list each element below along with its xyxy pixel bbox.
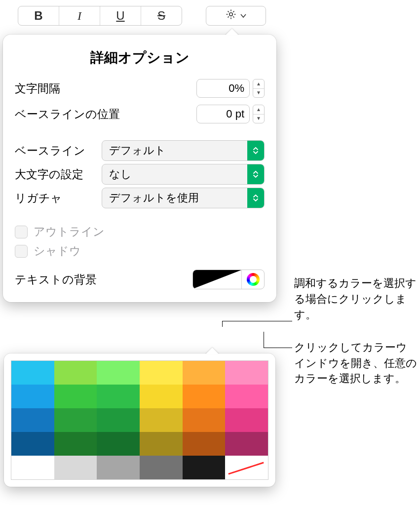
stepper-up-icon[interactable]: ▲ xyxy=(253,105,264,115)
baseline-dropdown[interactable]: デフォルト xyxy=(102,140,265,161)
style-segmented-control: B I U S xyxy=(18,6,182,26)
bold-button[interactable]: B xyxy=(18,6,59,25)
color-grid xyxy=(11,360,268,480)
color-swatch[interactable] xyxy=(11,361,54,385)
outline-checkbox[interactable] xyxy=(15,226,28,238)
stepper-down-icon[interactable]: ▼ xyxy=(253,89,264,98)
char-spacing-arrows[interactable]: ▲ ▼ xyxy=(253,79,265,98)
color-swatch[interactable] xyxy=(97,408,140,432)
color-swatch[interactable] xyxy=(225,432,268,456)
text-background-label: テキストの背景 xyxy=(15,272,97,287)
color-palette-popover xyxy=(4,353,275,487)
color-swatch[interactable] xyxy=(97,385,140,408)
advanced-options-button[interactable] xyxy=(206,6,266,26)
callout-leader xyxy=(222,321,292,321)
color-swatch-button[interactable] xyxy=(193,270,241,289)
advanced-options-popover: 詳細オプション 文字間隔 0% ▲ ▼ ベースラインの位置 0 pt ▲ ▼ ベ… xyxy=(3,35,276,302)
color-swatch[interactable] xyxy=(54,456,97,479)
baseline-dropdown-value: デフォルト xyxy=(102,141,247,160)
color-swatch[interactable] xyxy=(54,432,97,456)
color-swatch[interactable] xyxy=(183,385,226,408)
shadow-checkbox[interactable] xyxy=(15,245,28,258)
color-swatch[interactable] xyxy=(11,456,54,479)
underline-button[interactable]: U xyxy=(100,6,141,25)
stepper-down-icon[interactable]: ▼ xyxy=(253,115,264,123)
ligature-label: リガチャ xyxy=(15,191,62,206)
ligature-dropdown-value: デフォルトを使用 xyxy=(102,188,247,208)
color-wheel-button[interactable] xyxy=(241,270,264,289)
color-swatch[interactable] xyxy=(11,408,54,432)
color-swatch[interactable] xyxy=(97,361,140,385)
color-swatch[interactable] xyxy=(225,385,268,408)
shadow-label: シャドウ xyxy=(34,243,81,259)
popover-title: 詳細オプション xyxy=(15,48,265,67)
color-swatch[interactable] xyxy=(225,361,268,385)
svg-point-0 xyxy=(229,13,232,16)
caps-dropdown-value: なし xyxy=(102,164,247,184)
dropdown-caret-icon xyxy=(247,188,264,208)
callout-leader xyxy=(222,321,223,327)
outline-label: アウトライン xyxy=(34,224,105,239)
color-swatch[interactable] xyxy=(183,432,226,456)
dropdown-caret-icon xyxy=(247,164,264,184)
color-swatch[interactable] xyxy=(183,408,226,432)
color-swatch[interactable] xyxy=(140,385,183,408)
strikethrough-button[interactable]: S xyxy=(141,6,182,25)
color-swatch[interactable] xyxy=(11,385,54,408)
color-swatch[interactable] xyxy=(183,361,226,385)
stepper-up-icon[interactable]: ▲ xyxy=(253,79,264,89)
callout-swatch: 調和するカラーを選択する場合にクリックします。 xyxy=(294,275,418,323)
color-swatch[interactable] xyxy=(54,385,97,408)
callout-labels: 調和するカラーを選択する場合にクリックします。 クリックしてカラーウインドウを開… xyxy=(294,275,418,403)
color-swatch[interactable] xyxy=(140,432,183,456)
caps-dropdown[interactable]: なし xyxy=(102,164,265,185)
color-swatch[interactable] xyxy=(54,408,97,432)
color-swatch[interactable] xyxy=(225,408,268,432)
color-wheel-icon xyxy=(247,273,260,286)
char-spacing-value[interactable]: 0% xyxy=(196,79,250,98)
char-spacing-label: 文字間隔 xyxy=(15,81,60,96)
chevron-down-icon xyxy=(240,9,247,22)
callout-leader xyxy=(264,332,264,348)
baseline-label: ベースライン xyxy=(15,143,85,158)
callout-wheel: クリックしてカラーウインドウを開き、任意のカラーを選択します。 xyxy=(294,340,418,387)
color-swatch[interactable] xyxy=(140,408,183,432)
gear-icon xyxy=(225,8,237,23)
text-style-toolbar: B I U S xyxy=(18,6,266,26)
color-swatch[interactable] xyxy=(54,361,97,385)
text-background-colorwell xyxy=(192,270,265,289)
color-swatch[interactable] xyxy=(97,456,140,479)
char-spacing-stepper[interactable]: 0% ▲ ▼ xyxy=(196,79,265,98)
italic-button[interactable]: I xyxy=(59,6,100,25)
baseline-shift-label: ベースラインの位置 xyxy=(15,107,120,122)
color-swatch[interactable] xyxy=(183,456,226,479)
no-color-swatch[interactable] xyxy=(225,456,268,479)
color-swatch[interactable] xyxy=(140,361,183,385)
caps-label: 大文字の設定 xyxy=(15,167,83,182)
baseline-shift-value[interactable]: 0 pt xyxy=(196,105,250,123)
ligature-dropdown[interactable]: デフォルトを使用 xyxy=(102,188,265,208)
color-swatch[interactable] xyxy=(11,432,54,456)
color-swatch[interactable] xyxy=(97,432,140,456)
callout-leader xyxy=(264,348,292,348)
baseline-shift-arrows[interactable]: ▲ ▼ xyxy=(253,105,265,123)
dropdown-caret-icon xyxy=(247,141,264,160)
color-swatch[interactable] xyxy=(140,456,183,479)
baseline-shift-stepper[interactable]: 0 pt ▲ ▼ xyxy=(196,105,265,123)
